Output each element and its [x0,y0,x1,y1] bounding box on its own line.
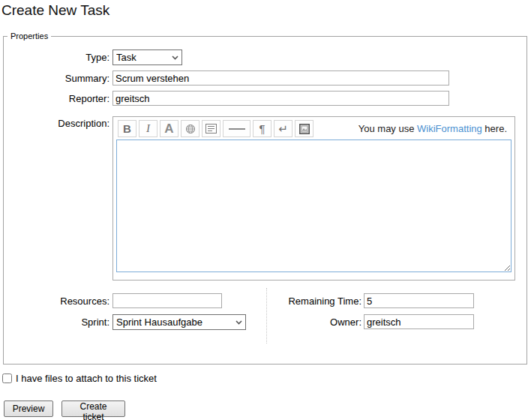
reporter-row: Reporter: [4,91,526,106]
bold-icon: B [123,122,131,135]
properties-column-right: Remaining Time: Owner: [267,288,526,344]
wiki-hint-prefix: You may use [358,123,417,134]
italic-button[interactable]: I [139,120,158,137]
pilcrow-icon: ¶ [259,122,265,135]
resources-row: Resources: [4,293,266,308]
form-actions: Preview Create ticket [4,400,531,417]
owner-input[interactable] [364,314,474,329]
wiki-hint-suffix: here. [482,123,507,134]
sprint-row: Sprint: Sprint Hausaufgabe [4,314,266,330]
text-block-icon [206,124,217,134]
properties-legend: Properties [8,32,51,40]
type-select-value: Task [116,52,169,63]
line-break-button[interactable]: ↵ [274,120,292,137]
summary-row: Summary: [4,70,526,86]
attach-files-label: I have files to attach to this ticket [16,373,157,384]
italic-icon: I [146,122,150,135]
remaining-time-label: Remaining Time: [267,296,362,307]
resources-label: Resources: [4,296,110,307]
properties-column-left: Resources: Sprint: Sprint Hausaufgabe [4,288,267,344]
wiki-hint: You may use WikiFormatting here. [358,123,510,134]
description-row: Description: B I A [4,116,526,280]
bold-button[interactable]: B [118,120,136,137]
link-button[interactable] [181,120,200,137]
attachment-row: I have files to attach to this ticket [2,373,531,384]
description-textarea[interactable] [116,140,512,272]
horizontal-rule-button[interactable] [223,120,250,137]
line-break-icon: ↵ [278,122,288,136]
description-editor: B I A [112,116,515,280]
summary-label: Summary: [4,73,110,84]
text-block-button[interactable] [202,120,220,137]
attach-files-checkbox[interactable] [2,374,12,383]
sprint-select-value: Sprint Hausaufgabe [116,316,232,328]
type-select[interactable]: Task [112,50,182,65]
editor-toolbar: B I A [116,119,512,140]
chevron-down-icon [236,320,242,325]
horizontal-rule-icon [229,128,245,130]
sprint-label: Sprint: [4,316,110,328]
wikiformatting-link[interactable]: WikiFormatting [417,123,482,134]
remaining-time-input[interactable] [364,293,474,308]
page-title: Create New Task [2,2,531,19]
image-icon [299,124,310,134]
chevron-down-icon [172,56,178,60]
preview-button[interactable]: Preview [4,400,53,417]
owner-row: Owner: [267,314,526,329]
paragraph-button[interactable]: ¶ [253,120,272,137]
owner-label: Owner: [267,316,362,328]
reporter-label: Reporter: [4,93,110,104]
description-label: Description: [4,116,110,129]
image-button[interactable] [295,120,314,137]
properties-fieldset: Properties Type: Task Summary: Reporter:… [3,32,527,364]
remaining-time-row: Remaining Time: [267,293,526,308]
create-ticket-button[interactable]: Create ticket [62,400,125,417]
font-size-icon: A [164,122,173,136]
link-globe-icon [185,124,196,134]
sprint-select[interactable]: Sprint Hausaufgabe [112,314,246,330]
properties-columns: Resources: Sprint: Sprint Hausaufgabe Re… [4,288,526,344]
type-label: Type: [4,52,110,63]
reporter-input[interactable] [112,91,449,106]
summary-input[interactable] [112,70,449,86]
resources-input[interactable] [112,293,222,308]
font-size-button[interactable]: A [160,120,178,137]
type-row: Type: Task [4,50,526,65]
